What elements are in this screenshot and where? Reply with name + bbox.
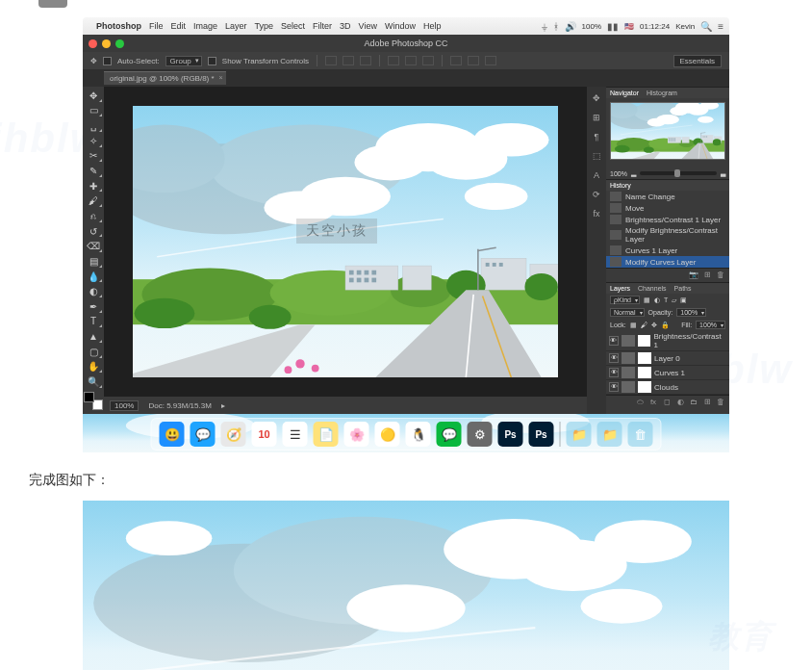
healing-brush-tool[interactable]: ✚ [84,179,103,193]
close-window-button[interactable] [89,39,97,48]
align-left-icon[interactable] [388,56,399,65]
dodge-tool[interactable]: ◐ [84,284,103,298]
fill-field[interactable]: 100% [696,321,725,329]
history-item[interactable]: Modify Brightness/Contrast Layer [606,225,729,245]
blur-tool[interactable]: 💧 [84,270,103,284]
history-tab[interactable]: History [610,182,631,189]
distribute-icon[interactable] [485,56,496,65]
hand-tool[interactable]: ✋ [84,360,103,374]
menu-image[interactable]: Image [193,21,217,31]
history-new-icon[interactable]: ⊞ [702,271,712,280]
rectangle-tool[interactable]: ▢ [84,345,103,359]
close-tab-icon[interactable]: × [219,74,223,81]
opacity-field[interactable]: 100% [676,308,706,317]
show-transform-checkbox[interactable] [208,57,216,65]
menu-3d[interactable]: 3D [340,21,351,31]
lock-position-icon[interactable]: ✥ [651,322,657,329]
eraser-tool[interactable]: ⌫ [84,239,103,253]
path-selection-tool[interactable]: ▲ [84,329,103,344]
dock-app-photoshop[interactable]: Ps [498,422,523,447]
dock-app-calendar[interactable]: 10 [252,422,277,447]
move-tool[interactable]: ✥ [84,89,103,103]
layer-row[interactable]: 👁Curves 1 [606,366,729,380]
lock-all-icon[interactable]: 🔒 [661,322,670,329]
dock-folder1[interactable]: 📁 [567,422,592,447]
eyedropper-tool[interactable]: ✎ [84,164,103,178]
battery-icon[interactable]: ▮▮ [607,21,619,32]
history-item[interactable]: Curves 1 Layer [606,245,729,256]
magic-wand-tool[interactable]: ✧ [84,134,103,148]
statusbar-arrow-icon[interactable]: ▸ [221,401,225,410]
collapsed-panel-3[interactable]: ⬚ [589,148,604,164]
dock-app-messages[interactable]: 💬 [190,422,216,447]
collapsed-panel-5[interactable]: ⟳ [589,187,604,202]
navigator-zoom-slider[interactable] [640,171,717,175]
history-delete-icon[interactable]: 🗑 [716,271,725,280]
collapsed-panel-6[interactable]: fx [589,206,604,221]
layer-row[interactable]: 👁Brightness/Contrast 1 [606,331,729,351]
layer-group-icon[interactable]: 🗀 [689,398,698,407]
menu-edit[interactable]: Edit [171,21,187,31]
filter-adjust-icon[interactable]: ◐ [654,296,660,304]
dock-app-wechat[interactable]: 💬 [437,422,462,447]
auto-select-checkbox[interactable] [103,57,112,65]
menu-file[interactable]: File [149,21,164,31]
maximize-window-button[interactable] [115,39,124,48]
wifi-icon[interactable]: ⏚ [542,21,547,32]
auto-select-dropdown[interactable]: Group [165,56,202,66]
collapsed-panel-2[interactable]: ¶ [589,129,604,144]
menubar-user[interactable]: Kevin [675,22,695,31]
input-flag-icon[interactable]: 🇺🇸 [624,22,634,31]
zoom-in-icon[interactable]: ▃ [721,169,725,177]
zoom-field[interactable]: 100% [110,400,139,411]
align-bottom-icon[interactable] [360,56,371,65]
volume-icon[interactable]: 🔊 [565,21,576,32]
layer-visibility-icon[interactable]: 👁 [609,353,619,363]
notification-center-icon[interactable]: ≡ [718,21,723,32]
align-top-icon[interactable] [325,56,337,65]
menu-help[interactable]: Help [423,21,442,31]
history-item[interactable]: Brightness/Contrast 1 Layer [606,214,729,225]
histogram-tab[interactable]: Histogram [647,90,677,96]
menu-window[interactable]: Window [385,21,416,31]
crop-tool[interactable]: ✂ [84,149,103,164]
clone-stamp-tool[interactable]: ⎌ [84,209,103,223]
channels-tab[interactable]: Channels [638,285,667,292]
filter-type-icon[interactable]: T [664,296,668,303]
dock-app-settings[interactable]: ⚙ [468,422,493,447]
brush-tool[interactable]: 🖌 [84,193,103,208]
zoom-out-icon[interactable]: ▂ [631,169,636,177]
menubar-clock[interactable]: 01:12:24 [640,22,670,31]
history-item[interactable]: Modify Curves Layer [606,256,729,268]
menu-filter[interactable]: Filter [313,21,332,31]
layer-row[interactable]: 👁Layer 0 [606,351,729,366]
marquee-tool[interactable]: ▭ [84,104,103,118]
layer-fx-icon[interactable]: fx [648,398,658,407]
distribute-icon[interactable] [468,56,479,65]
adjustment-layer-icon[interactable]: ◐ [675,398,685,407]
dock-app-finder[interactable]: 😃 [160,422,185,447]
paths-tab[interactable]: Paths [674,285,692,292]
dock-app-photos[interactable]: 🌸 [344,422,369,447]
layer-mask-icon[interactable]: ◻ [662,398,672,407]
dock-trash[interactable]: 🗑 [628,422,653,447]
dock-app-reminders[interactable]: ☰ [283,422,308,447]
dock-folder2[interactable]: 📁 [597,422,622,447]
filter-shape-icon[interactable]: ▱ [672,296,676,304]
menu-layer[interactable]: Layer [225,21,247,31]
delete-layer-icon[interactable]: 🗑 [716,398,725,407]
lock-transparent-icon[interactable]: ▦ [630,322,637,329]
type-tool[interactable]: T [84,315,103,329]
align-hcenter-icon[interactable] [405,56,417,65]
align-right-icon[interactable] [422,56,434,65]
filter-smart-icon[interactable]: ▣ [680,296,687,304]
dock-app-notes[interactable]: 📄 [314,422,339,447]
dock-app-qq[interactable]: 🐧 [406,422,431,447]
dock-app-chrome[interactable]: 🟡 [375,422,400,447]
navigator-tab[interactable]: Navigator [610,90,639,96]
collapsed-panel-1[interactable]: ⊞ [589,110,604,125]
dock-app-photoshop2[interactable]: Ps [529,422,554,447]
navigator-thumbnail[interactable] [610,102,725,160]
spotlight-icon[interactable]: 🔍 [700,21,712,32]
blend-mode-dropdown[interactable]: Normal [610,308,645,317]
